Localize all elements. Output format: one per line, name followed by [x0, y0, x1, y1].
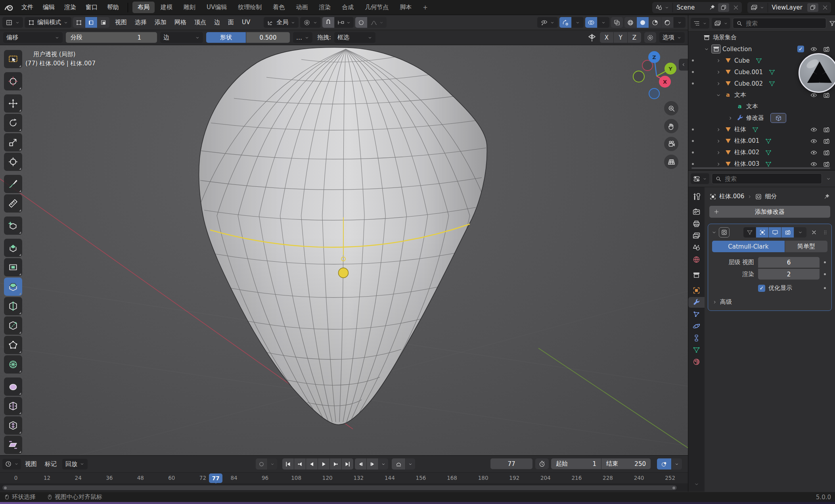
snap-toggle-button[interactable]	[322, 17, 334, 28]
timeline-scrollbar[interactable]	[2, 485, 677, 490]
zoom-button[interactable]	[664, 101, 678, 115]
collapse-sidebar-tab[interactable]	[679, 59, 688, 71]
animate-dot[interactable]	[824, 261, 826, 263]
properties-tab-output[interactable]	[688, 218, 705, 229]
outliner-item-label[interactable]: 场景集合	[713, 34, 737, 41]
timeline-scroll-area[interactable]	[0, 483, 688, 492]
modifier-on-cage-toggle[interactable]	[743, 227, 756, 238]
tool-shear[interactable]	[4, 436, 22, 454]
outliner-row[interactable]: 柱体.001	[688, 135, 835, 147]
workspace-tab[interactable]: 渲染	[314, 2, 336, 13]
topbar-menu-item[interactable]: 渲染	[59, 4, 81, 11]
jump-to-start-button[interactable]	[282, 458, 294, 470]
playhead[interactable]: 77	[209, 473, 222, 483]
timeline-menu-item[interactable]: 标记	[41, 460, 61, 468]
new-scene-button[interactable]	[718, 3, 729, 12]
gizmo-toggle-button[interactable]	[559, 17, 571, 28]
proportional-falloff-dropdown[interactable]	[368, 17, 387, 28]
face-select-mode-button[interactable]	[98, 17, 109, 28]
workspace-tab[interactable]: 动画	[291, 2, 313, 13]
prev-keyframe-button[interactable]	[294, 458, 306, 470]
properties-tab-collection[interactable]	[688, 270, 705, 280]
tool-rotate[interactable]	[4, 114, 22, 132]
properties-tab-material[interactable]	[688, 356, 705, 367]
tool-inset-faces[interactable]	[4, 258, 22, 276]
frame-step-dropdown[interactable]	[379, 458, 388, 470]
modifier-render-toggle[interactable]	[781, 227, 794, 238]
properties-tab-scene[interactable]	[688, 242, 705, 253]
tool-annotate[interactable]	[4, 175, 22, 193]
breadcrumb-modifier[interactable]: 细分	[765, 193, 777, 200]
shading-dropdown[interactable]	[674, 17, 686, 28]
chevron-right-icon[interactable]	[714, 161, 723, 168]
gizmo-neg-y[interactable]	[633, 71, 644, 82]
play-button[interactable]	[318, 458, 329, 470]
pivot-point-dropdown[interactable]	[300, 17, 321, 28]
end-frame-field[interactable]: 结束250	[601, 458, 651, 469]
tool-select-box[interactable]	[4, 50, 22, 68]
outliner-row[interactable]: 柱体.002	[688, 147, 835, 158]
outliner-item-label[interactable]: 修改器	[746, 114, 764, 122]
shading-wireframe-button[interactable]	[624, 17, 636, 28]
viewlayer-name[interactable]: ViewLayer	[768, 4, 806, 11]
outliner-row[interactable]: Collection✓	[688, 43, 835, 55]
workspace-tab[interactable]: 几何节点	[360, 2, 394, 13]
affect-dropdown[interactable]: 边	[160, 32, 203, 43]
collection-checkbox[interactable]: ✓	[797, 46, 804, 52]
xray-toggle-button[interactable]	[611, 17, 623, 28]
outliner-filter-dropdown[interactable]	[829, 20, 835, 27]
tool-scale[interactable]	[4, 133, 22, 151]
shape-value-field[interactable]: 0.500	[246, 32, 290, 43]
snap-target-dropdown[interactable]	[335, 17, 354, 28]
properties-editor-type-dropdown[interactable]	[691, 173, 709, 184]
levels-viewport-field[interactable]: 6	[758, 257, 820, 268]
properties-search[interactable]	[712, 173, 822, 184]
outliner-item-label[interactable]: 柱体.003	[734, 160, 759, 168]
eye-icon[interactable]	[810, 149, 818, 156]
properties-tab-particles[interactable]	[688, 309, 705, 320]
outliner-row[interactable]: 修改器	[688, 112, 835, 124]
editor-type-dropdown[interactable]	[2, 17, 23, 28]
modifier-extras-dropdown[interactable]	[794, 227, 806, 238]
levels-render-field[interactable]: 2	[758, 269, 820, 280]
outliner-item-label[interactable]: 柱体.001	[734, 137, 759, 145]
edge-select-mode-button[interactable]	[85, 17, 97, 28]
workspace-tab[interactable]: 雕刻	[178, 2, 201, 13]
viewport-menu-item[interactable]: 边	[210, 19, 224, 26]
next-keyframe-button[interactable]	[330, 458, 341, 470]
jump-to-end-button[interactable]	[342, 458, 353, 470]
tool-loop-cut[interactable]	[4, 297, 22, 315]
snap-falloff-button[interactable]	[644, 32, 656, 43]
timeline-menu-item[interactable]: 视图	[21, 460, 41, 468]
eye-icon[interactable]	[810, 126, 818, 133]
pin-icon[interactable]	[709, 4, 716, 11]
close-modifier-icon[interactable]	[811, 229, 817, 236]
play-reverse-button[interactable]	[306, 458, 318, 470]
record-dropdown[interactable]	[268, 458, 277, 470]
workspace-tab[interactable]: 纹理绘制	[233, 2, 267, 13]
mirror-x-button[interactable]: X	[600, 32, 613, 43]
chevron-down-icon[interactable]	[702, 46, 711, 53]
outliner-item-label[interactable]: 文本	[746, 103, 758, 110]
timeline-ruler[interactable]: 0122436486072849610812013214415616818019…	[0, 472, 688, 483]
bevel-gizmo-dot[interactable]	[339, 268, 349, 278]
tool-extrude-region[interactable]	[4, 239, 22, 257]
outliner-scope-dropdown[interactable]	[712, 18, 730, 29]
properties-tab-tool[interactable]	[688, 191, 705, 202]
scene-name[interactable]: Scene	[673, 4, 707, 11]
auto-key-record-button[interactable]	[256, 458, 267, 470]
outliner-item-label[interactable]: Collection	[722, 46, 752, 53]
properties-tab-render[interactable]	[688, 207, 705, 217]
shading-material-button[interactable]	[649, 17, 661, 28]
outliner-item-label[interactable]: 柱体.002	[734, 149, 759, 156]
sync-dropdown[interactable]	[672, 458, 682, 470]
viewport-menu-item[interactable]: 顶点	[190, 19, 210, 26]
outliner-item-label[interactable]: Cube.002	[734, 80, 763, 87]
properties-tab-world[interactable]	[688, 254, 705, 265]
tab-simple[interactable]: 简单型	[785, 241, 827, 252]
options-dropdown[interactable]: 选项	[659, 32, 685, 43]
mode-dropdown[interactable]: 编辑模式	[25, 17, 71, 28]
new-viewlayer-button[interactable]	[807, 3, 818, 12]
tool-shrink-fatten[interactable]	[4, 416, 22, 435]
camera-icon[interactable]	[823, 138, 830, 145]
